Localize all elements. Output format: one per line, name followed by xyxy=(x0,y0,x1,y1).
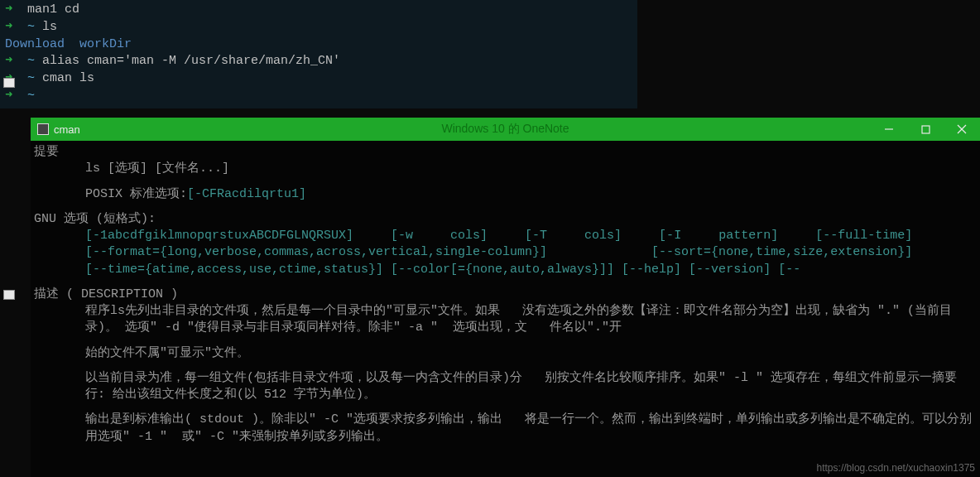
minimize-button[interactable] xyxy=(871,118,907,141)
close-button[interactable] xyxy=(944,118,980,141)
terminal-line: ➜ ~ ls xyxy=(0,19,637,36)
prompt-arrow: ➜ xyxy=(5,2,12,17)
terminal-line: ➜ man1 cd xyxy=(0,2,637,19)
man-page-content[interactable]: 提要 ls [选项] [文件名...] POSIX 标准选项:[-CFRacdi… xyxy=(31,141,980,449)
window-icon xyxy=(37,123,49,135)
terminal-line: ➜ ~ cman ls xyxy=(0,70,637,88)
selection-stub xyxy=(3,78,15,88)
description-text: 程序ls先列出非目录的文件项，然后是每一个目录中的"可显示"文件。如果 没有选项… xyxy=(34,303,977,337)
section-description: 描述 ( DESCRIPTION ) xyxy=(34,287,977,303)
selection-stub xyxy=(3,290,15,300)
posix-line: POSIX 标准选项:[-CFRacdilqrtu1] xyxy=(34,186,977,203)
description-text: 始的文件不属"可显示"文件。 xyxy=(34,345,977,362)
description-text: 输出是到标准输出( stdout )。除非以" -C "选项要求按多列输出，输出… xyxy=(34,412,977,446)
titlebar[interactable]: cman Windows 10 的 OneNote xyxy=(31,118,980,141)
background-app-label: Windows 10 的 OneNote xyxy=(441,122,569,137)
terminal-line: ➜ ~ xyxy=(0,88,637,105)
svg-rect-1 xyxy=(922,126,930,133)
gnu-options-line: [--time={atime,access,use,ctime,status}]… xyxy=(34,262,977,278)
terminal-line: ➜ ~ alias cman='man -M /usr/share/man/zh… xyxy=(0,53,637,70)
terminal-pane[interactable]: ➜ man1 cd ➜ ~ ls Download workDir ➜ ~ al… xyxy=(0,0,637,108)
window-title: cman xyxy=(54,123,80,136)
man-window: cman Windows 10 的 OneNote 提要 ls [选项] [文件… xyxy=(31,118,980,477)
gnu-options-line: [--format={long,verbose,commas,across,ve… xyxy=(34,244,977,261)
description-text: 以当前目录为准，每一组文件(包括非目录文件项，以及每一内含文件的目录)分 别按文… xyxy=(34,370,977,404)
usage-line: ls [选项] [文件名...] xyxy=(34,161,977,177)
window-controls xyxy=(871,118,980,141)
terminal-output: Download workDir xyxy=(0,36,637,54)
section-synopsis: 提要 xyxy=(34,144,977,161)
gnu-options-line: [-1abcdfgiklmnopqrstuxABCDFGLNQRSUX] [-w… xyxy=(34,228,977,244)
watermark: https://blog.csdn.net/xuchaoxin1375 xyxy=(817,462,975,474)
gnu-label: GNU 选项 (短格式): xyxy=(34,211,977,228)
maximize-button[interactable] xyxy=(907,118,944,141)
